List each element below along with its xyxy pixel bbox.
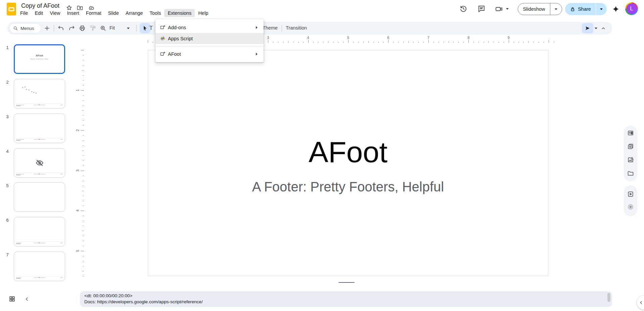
slideshow-label[interactable]: Slideshow <box>518 3 550 15</box>
thumb-title: AFoot <box>15 54 64 57</box>
thumb-subtitle: A Footer: Pretty Footers, Helpful <box>24 58 55 60</box>
menu-item-apps-script[interactable]: Apps Script <box>155 33 264 44</box>
edge-collapse-button[interactable] <box>637 296 644 310</box>
slide-number: 6 <box>5 218 10 223</box>
speaker-notes[interactable]: <dt: 00:00:00/00:20:00> Docs: https://de… <box>80 291 612 307</box>
paint-format-icon[interactable] <box>89 24 97 32</box>
avatar[interactable]: L <box>625 2 638 15</box>
slide-number: 4 <box>5 149 10 154</box>
zoom-select-value[interactable]: Fit <box>109 25 115 31</box>
menu-help[interactable]: Help <box>195 9 212 17</box>
undo-icon[interactable] <box>57 24 65 32</box>
google-slides-app: Copy of AFoot File Edit View Insert Form… <box>0 0 644 311</box>
select-tool[interactable] <box>140 23 150 33</box>
menu-item-afoot[interactable]: AFoot <box>155 48 264 59</box>
play-box-icon[interactable] <box>627 190 635 198</box>
slideshow-button: Slideshow <box>518 3 562 15</box>
menu-arrange[interactable]: Arrange <box>122 9 146 17</box>
menu-view[interactable]: View <box>46 9 63 17</box>
slide-number: 5 <box>5 183 10 188</box>
submenu-arrow-icon <box>256 53 258 55</box>
thumb-footer <box>15 276 63 279</box>
slide-number: 7 <box>5 252 10 257</box>
join-call-dropdown-icon[interactable] <box>506 8 509 10</box>
side-panel-rail-top <box>624 126 637 181</box>
slide-thumbnail-2[interactable] <box>14 79 65 108</box>
image-search-icon[interactable] <box>627 156 635 164</box>
menu-file[interactable]: File <box>17 9 31 17</box>
photo-stack-icon[interactable] <box>627 142 635 150</box>
share-dropdown[interactable] <box>596 3 607 15</box>
notes-scrollbar[interactable] <box>607 293 610 302</box>
thumb-footer <box>15 241 63 245</box>
edge-collapse-icon <box>639 300 644 305</box>
slide-canvas[interactable]: AFoot A Footer: Pretty Footers, Helpful <box>148 50 548 276</box>
thumb-footer <box>15 173 63 176</box>
pointer-tool[interactable] <box>582 23 593 33</box>
textbox-icon[interactable]: T <box>149 25 153 31</box>
slide-hidden-eye-off-icon <box>35 159 44 167</box>
slide-thumbnail-1[interactable]: AFoot A Footer: Pretty Footers, Helpful <box>14 44 65 74</box>
lock-icon <box>570 6 576 12</box>
folder-icon[interactable] <box>627 169 635 177</box>
menu-format[interactable]: Format <box>83 9 105 17</box>
menu-item-add-ons[interactable]: Add-ons <box>155 22 264 33</box>
slide-thumbnail-3[interactable] <box>14 114 65 143</box>
thumb-footer <box>15 103 63 106</box>
redo-icon[interactable] <box>67 24 76 32</box>
submenu-arrow-icon <box>256 26 258 29</box>
menu-slide[interactable]: Slide <box>105 9 122 17</box>
notes-resize-handle[interactable] <box>338 282 355 283</box>
thumb-footer <box>15 138 63 141</box>
collapse-filmstrip-icon[interactable] <box>24 296 30 302</box>
toolbar: Menus Fit T Theme Transition <box>7 22 612 35</box>
slide-number: 3 <box>5 114 10 119</box>
notes-line-1[interactable]: <dt: 00:00:00/00:20:00> <box>84 293 132 298</box>
menu-extensions[interactable]: Extensions <box>164 9 195 17</box>
slide-subtitle-text[interactable]: A Footer: Pretty Footers, Helpful <box>148 179 548 194</box>
comments-icon[interactable] <box>477 5 486 13</box>
slide-number: 1 <box>5 45 10 50</box>
version-history-icon[interactable] <box>459 5 467 13</box>
share-button: Share <box>565 3 607 15</box>
document-title[interactable]: Copy of AFoot <box>21 2 59 9</box>
join-call-icon[interactable] <box>495 5 503 13</box>
record-icon[interactable] <box>627 203 635 211</box>
add-box-icon <box>160 51 166 57</box>
notes-line-2[interactable]: Docs: https://developers.google.com/apps… <box>84 299 203 304</box>
slide-thumbnail-4-hidden[interactable] <box>14 148 65 178</box>
slides-logo[interactable] <box>7 3 16 15</box>
select-cursor-icon <box>142 25 148 31</box>
collapse-toolbar-icon[interactable] <box>599 24 607 32</box>
slide-thumbnail-6[interactable] <box>14 217 65 247</box>
zoom-select-dropdown-icon[interactable] <box>127 28 130 29</box>
transition-button[interactable]: Transition <box>286 25 307 31</box>
spark-icon[interactable] <box>612 5 619 13</box>
vertical-ruler: 12345 <box>77 50 84 277</box>
slide-title-text[interactable]: AFoot <box>148 135 548 169</box>
slideshow-dropdown[interactable] <box>550 3 562 15</box>
apps-script-icon <box>160 36 166 41</box>
add-box-icon <box>160 25 166 30</box>
share-main[interactable]: Share <box>565 3 596 15</box>
menu-insert[interactable]: Insert <box>64 9 83 17</box>
menu-edit[interactable]: Edit <box>31 9 46 17</box>
zoom-icon[interactable] <box>99 24 107 32</box>
menu-tools[interactable]: Tools <box>146 9 165 17</box>
avatar-letter: L <box>626 3 637 14</box>
laser-pointer-icon <box>585 25 591 31</box>
menu-separator <box>155 46 264 46</box>
extensions-menu: Add-ons Apps Script AFoot <box>155 19 264 62</box>
pointer-dropdown-icon[interactable] <box>595 28 597 29</box>
menubar: File Edit View Insert Format Slide Arran… <box>17 9 212 17</box>
slide-thumbnail-5[interactable] <box>14 182 65 212</box>
grid-view-icon[interactable] <box>9 296 15 302</box>
print-icon[interactable] <box>78 24 86 32</box>
side-panel-rail-bottom <box>624 185 637 216</box>
new-slide-plus-icon[interactable] <box>43 24 51 32</box>
slide-thumbnail-7[interactable] <box>14 252 65 281</box>
menus-search-label: Menus <box>20 26 34 31</box>
article-icon[interactable] <box>627 129 635 137</box>
menus-search[interactable]: Menus <box>9 23 41 33</box>
theme-button[interactable]: Theme <box>263 25 278 31</box>
